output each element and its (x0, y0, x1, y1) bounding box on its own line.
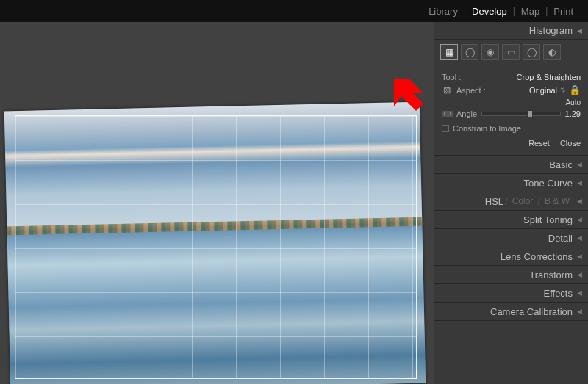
oval-icon: ◯ (526, 47, 537, 57)
crop-handle-bl[interactable] (15, 370, 24, 379)
angle-slider[interactable] (481, 112, 560, 116)
nav-map[interactable]: Map (515, 6, 545, 17)
target-icon: ◉ (485, 47, 495, 57)
nav-develop[interactable]: Develop (466, 6, 513, 17)
reset-button[interactable]: Reset (528, 139, 550, 148)
crop-handle-tr[interactable] (408, 115, 417, 124)
right-panels: Histogram ◀ ▦ ◯ ◉ ▭ ◯ ◐ Tool : Crop & St… (434, 22, 588, 384)
panel-hsl-label: HSL (485, 196, 503, 207)
collapse-icon: ◀ (577, 161, 582, 168)
panel-bw-label[interactable]: B & W (545, 196, 570, 206)
panel-basic[interactable]: Basic◀ (434, 156, 588, 174)
tool-strip: ▦ ◯ ◉ ▭ ◯ ◐ (434, 40, 588, 65)
collapse-icon: ◀ (577, 271, 582, 278)
annotation-arrow (384, 79, 423, 114)
aspect-dropdown[interactable]: Original (529, 86, 557, 95)
panel-lens-label: Lens Corrections (501, 251, 573, 262)
collapse-icon: ◀ (577, 289, 582, 297)
svg-marker-0 (394, 79, 423, 111)
chevron-updown-icon: ⇅ (560, 87, 566, 94)
tool-value: Crop & Straighten (517, 73, 581, 81)
slider-knob[interactable] (527, 110, 533, 117)
panel-basic-label: Basic (549, 159, 573, 170)
radial-tool-button[interactable]: ◯ (523, 44, 540, 60)
crop-icon: ▦ (444, 47, 454, 57)
collapse-icon: ◀ (577, 216, 582, 223)
panel-calibration-label: Camera Calibration (490, 306, 573, 317)
close-button[interactable]: Close (560, 139, 581, 148)
crop-grid (15, 116, 416, 378)
constrain-checkbox[interactable] (442, 125, 449, 132)
module-picker: Library | Develop | Map | Print (0, 0, 588, 22)
collapse-icon: ◀ (577, 234, 582, 242)
collapse-icon: ◀ (577, 198, 582, 205)
angle-label: Angle (456, 109, 477, 118)
nav-print[interactable]: Print (548, 6, 579, 17)
panel-calibration[interactable]: Camera Calibration◀ (434, 303, 588, 321)
panel-transform-label: Transform (529, 269, 573, 280)
spot-tool-button[interactable]: ◯ (461, 44, 478, 60)
image-canvas[interactable]: ⟳ (0, 37, 434, 384)
panel-detail[interactable]: Detail◀ (434, 229, 588, 247)
panel-hsl[interactable]: HSL / Color / B & W ◀ (434, 192, 588, 211)
circle-icon: ◯ (465, 47, 475, 57)
collapse-icon: ◀ (577, 27, 582, 35)
crop-tool-button[interactable]: ▦ (440, 44, 458, 60)
panel-lens[interactable]: Lens Corrections◀ (434, 247, 588, 266)
panel-tonecurve-label: Tone Curve (524, 178, 573, 189)
crop-handle-tl[interactable] (15, 115, 24, 124)
panel-detail-label: Detail (548, 233, 573, 244)
redeye-tool-button[interactable]: ◉ (481, 44, 499, 60)
gradient-icon: ◐ (547, 47, 557, 57)
panel-splittoning[interactable]: Split Toning◀ (434, 211, 588, 229)
gradient-tool-button[interactable]: ▭ (502, 44, 520, 60)
panel-tonecurve[interactable]: Tone Curve◀ (434, 174, 588, 192)
panel-histogram[interactable]: Histogram ◀ (434, 22, 588, 40)
panel-splittoning-label: Split Toning (523, 214, 573, 225)
panel-transform[interactable]: Transform◀ (434, 266, 588, 284)
collapse-icon: ◀ (577, 179, 582, 186)
panel-effects-label: Effects (543, 288, 573, 299)
aspect-label: Aspect : (456, 86, 486, 95)
aspect-icon[interactable]: ▧ (442, 85, 452, 95)
constrain-label: Constrain to Image (453, 124, 521, 133)
panel-effects[interactable]: Effects◀ (434, 284, 588, 303)
lock-icon[interactable]: 🔒 (569, 84, 581, 95)
auto-angle-button[interactable]: Auto (565, 98, 581, 106)
nav-library[interactable]: Library (423, 6, 464, 17)
crop-handle-br[interactable] (408, 370, 417, 379)
square-icon: ▭ (506, 47, 516, 57)
collapse-icon: ◀ (577, 253, 582, 260)
brush-tool-button[interactable]: ◐ (543, 44, 561, 60)
crop-overlay[interactable] (15, 115, 417, 379)
panel-color-label[interactable]: Color (512, 196, 534, 206)
crop-panel: Tool : Crop & Straighten ▧ Aspect : Orig… (434, 65, 588, 156)
collapse-icon: ◀ (577, 308, 582, 315)
angle-value[interactable]: 1.29 (565, 109, 581, 118)
tool-label: Tool : (442, 73, 461, 81)
panel-histogram-label: Histogram (529, 25, 573, 36)
straighten-icon[interactable] (442, 111, 453, 117)
